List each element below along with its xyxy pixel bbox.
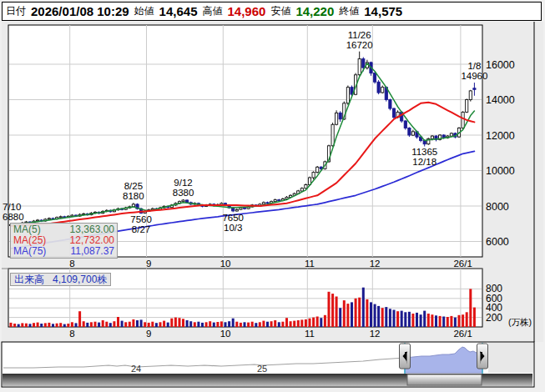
svg-text:14000: 14000 (486, 94, 515, 106)
volume-bar (201, 323, 204, 327)
volume-bar (159, 322, 162, 327)
svg-text:8000: 8000 (486, 201, 509, 213)
volume-bar (293, 321, 295, 327)
candle (462, 112, 464, 128)
volume-bar (179, 318, 181, 327)
volume-bar (78, 311, 81, 327)
volume-bar (427, 314, 430, 327)
volume-bar (33, 323, 35, 327)
volume-bar (278, 322, 280, 327)
volume-bar (404, 312, 406, 327)
volume-bar (124, 322, 127, 327)
volume-bar (205, 322, 208, 327)
volume-bar (442, 317, 445, 328)
volume-bar (469, 289, 472, 327)
svg-text:10: 10 (220, 259, 231, 269)
range-navigator[interactable]: 2425 (2, 342, 534, 387)
svg-text:16000: 16000 (486, 59, 515, 71)
volume-bar (102, 320, 104, 327)
candle (389, 100, 391, 109)
ma75-value: 11,087.37 (71, 246, 115, 257)
volume-bar (220, 321, 223, 327)
volume-bar (393, 310, 396, 328)
volume-bar (281, 322, 284, 327)
candlestick-chart-canvas[interactable]: 1600014000120001000080006000800600400200… (0, 0, 545, 392)
svg-text:200: 200 (486, 312, 502, 324)
svg-text:8/27: 8/27 (132, 224, 150, 234)
candle (48, 219, 50, 219)
candle (346, 88, 349, 103)
volume-bar (355, 299, 357, 327)
candle (331, 124, 334, 146)
volume-bar (113, 321, 115, 327)
volume-bar (370, 302, 372, 327)
svg-text:6880: 6880 (3, 212, 24, 222)
volume-bar (98, 323, 100, 327)
volume-bar (251, 322, 254, 327)
candle (408, 128, 411, 136)
candle (392, 108, 395, 118)
candle (358, 59, 361, 75)
volume-bar (235, 322, 238, 327)
candle (266, 203, 269, 204)
volume-legend: 出来高4,109,700株 (10, 273, 111, 286)
stock-chart-widget: 日付 2026/01/08 10:29 始値 14,645 高値 14,960 … (0, 0, 545, 392)
volume-bar (63, 324, 66, 327)
volume-bar (423, 311, 426, 327)
volume-bar (309, 319, 311, 327)
volume-bar (336, 297, 338, 328)
chart-area: 1600014000120001000080006000800600400200… (0, 0, 545, 392)
volume-bar (331, 294, 334, 327)
volume-bar (194, 322, 196, 327)
volume-bar (396, 311, 399, 327)
svg-text:8180: 8180 (123, 191, 144, 201)
volume-bar (290, 321, 292, 327)
volume-bar (25, 324, 28, 327)
candle (312, 173, 315, 178)
candle (431, 136, 433, 138)
volume-bar (228, 321, 230, 327)
volume-bar (385, 307, 387, 327)
volume-bar (121, 321, 124, 327)
candle (381, 88, 384, 93)
volume-bar (439, 316, 442, 327)
volume-bar (83, 321, 85, 327)
volume-bar (381, 308, 384, 327)
volume-bar (13, 324, 16, 327)
volume-bar (225, 322, 227, 327)
volume-bar (240, 323, 242, 327)
volume-bar (274, 320, 276, 327)
volume-bar (339, 308, 341, 327)
volume-bar (300, 319, 303, 327)
candle (278, 200, 280, 201)
volume-bar (213, 323, 215, 327)
volume-bar (377, 306, 380, 327)
candle (235, 209, 238, 211)
volume-bar (56, 324, 58, 327)
svg-text:7650: 7650 (222, 213, 244, 223)
volume-bar (466, 312, 468, 327)
volume-bar (44, 323, 47, 327)
svg-text:1/8: 1/8 (467, 61, 481, 71)
candle (300, 188, 303, 191)
candle (59, 217, 62, 218)
volume-bar (262, 321, 265, 327)
volume-bar (346, 304, 349, 327)
volume-bar (458, 315, 461, 327)
candle (473, 88, 476, 90)
navigator-scrollbar-thumb[interactable] (407, 374, 482, 385)
volume-bar (454, 318, 457, 327)
volume-bar (255, 323, 257, 327)
volume-bar (90, 322, 93, 327)
chart-panels (2, 22, 543, 342)
candle (336, 113, 338, 124)
svg-text:12: 12 (370, 329, 381, 339)
volume-bar (182, 319, 184, 327)
volume-bar (389, 309, 391, 327)
volume-bar (328, 292, 331, 327)
svg-text:(万株): (万株) (508, 317, 532, 327)
volume-bar (297, 320, 300, 327)
candle (339, 113, 341, 118)
volume-bar (10, 323, 13, 327)
volume-bar (416, 313, 418, 327)
